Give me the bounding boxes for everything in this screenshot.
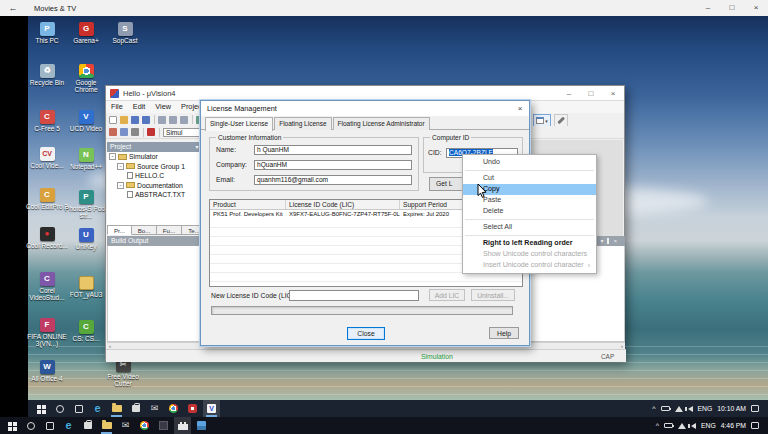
tree-item-source-group[interactable]: - Source Group 1 [107, 162, 208, 172]
rebuild-icon[interactable] [131, 128, 139, 136]
wifi-icon[interactable] [675, 406, 683, 412]
photos-icon[interactable] [193, 417, 210, 434]
task-view-icon[interactable] [41, 417, 58, 434]
uvision-titlebar[interactable]: Hello - μVision4 – □ × [106, 86, 624, 101]
tray-chevron-icon[interactable]: ^ [656, 422, 659, 429]
desktop-icon-cool-vide[interactable]: CV Cool Vide... [25, 147, 69, 169]
desktop-icon-chrome[interactable]: Google Chrome [64, 64, 108, 94]
desktop-icon-notepad-pp[interactable]: N Notepad++ [64, 148, 108, 170]
movies-tv-taskbar-icon[interactable] [174, 417, 191, 434]
chrome-taskbar-icon[interactable] [165, 400, 182, 417]
volume-icon[interactable] [691, 423, 696, 429]
app-minimize-button[interactable]: – [696, 0, 720, 16]
tree-item-documentation[interactable]: - Documentation [107, 181, 208, 191]
language-indicator[interactable]: ENG [701, 422, 716, 429]
debug-icon[interactable] [147, 128, 155, 136]
translate-icon[interactable] [109, 128, 117, 136]
desktop-icon-photos-s[interactable]: P Photos-S Pod-str... [64, 190, 108, 220]
action-center-icon[interactable] [751, 405, 759, 412]
cortana-icon[interactable] [51, 400, 68, 417]
desktop-icon-this-pc[interactable]: P This PC [25, 22, 69, 44]
desktop-icon-free-video-cutter[interactable]: ✂ Free Video Cutter [101, 358, 145, 388]
menu-item-insert-unicode[interactable]: Insert Unicode control character › [463, 260, 596, 271]
desktop-icon-ucd-video[interactable]: V UCD Video [64, 110, 108, 132]
desktop-icon-corel-videostudio[interactable]: C Corel VideoStud... [25, 272, 69, 302]
action-center-icon[interactable] [751, 422, 759, 429]
desktop-icon-fot-folder[interactable]: FOT_yAU3 [64, 276, 108, 298]
uvision-maximize-button[interactable]: □ [580, 86, 602, 101]
task-view-icon[interactable] [70, 400, 87, 417]
menu-item-show-unicode[interactable]: Show Unicode control characters [463, 249, 596, 260]
file-explorer-icon[interactable] [98, 417, 115, 434]
close-button[interactable]: Close [347, 327, 385, 340]
tab-functions[interactable]: Fu... [157, 225, 182, 235]
uvision-close-button[interactable]: × [602, 86, 624, 101]
project-panel-header[interactable]: Project ▾× [107, 142, 208, 152]
help-button[interactable]: Help [489, 327, 519, 339]
desktop-icon-garena[interactable]: G Garena+ [64, 22, 108, 44]
tab-books[interactable]: Bo... [132, 225, 157, 235]
language-indicator[interactable]: ENG [698, 405, 713, 412]
menu-file[interactable]: File [106, 101, 128, 113]
build-icon[interactable] [120, 128, 128, 136]
store-icon[interactable] [127, 400, 144, 417]
dialog-close-icon[interactable]: × [511, 104, 529, 113]
expander-icon[interactable]: - [117, 182, 124, 189]
app-close-button[interactable]: × [744, 0, 768, 16]
add-lic-button[interactable]: Add LIC [429, 289, 465, 301]
desktop-icon-recycle-bin[interactable]: ♻ Recycle Bin [25, 64, 69, 86]
email-field[interactable]: quanhm116@gmail.com [254, 175, 412, 185]
menu-view[interactable]: View [150, 101, 176, 113]
menu-item-delete[interactable]: Delete [463, 206, 596, 217]
tray-chevron-icon[interactable]: ^ [652, 405, 655, 412]
clock[interactable]: 10:10 AM [717, 405, 746, 412]
expander-icon[interactable]: - [109, 153, 116, 160]
tab-floating-license[interactable]: Floating License [274, 117, 331, 130]
mail-icon[interactable]: ✉ [117, 417, 134, 434]
menu-item-undo[interactable]: Undo [463, 157, 596, 168]
name-field[interactable]: h QuanHM [254, 145, 412, 155]
edge-icon[interactable]: e [89, 400, 106, 417]
battery-icon[interactable] [664, 423, 673, 428]
cut-icon[interactable] [158, 116, 166, 124]
dialog-titlebar[interactable]: License Management × [201, 101, 529, 116]
tab-single-user-license[interactable]: Single-User License [205, 117, 273, 131]
uninstall-button[interactable]: Uninstall... [471, 289, 515, 301]
store-icon[interactable] [79, 417, 96, 434]
pin-icon[interactable] [607, 238, 609, 244]
tree-item-abstract-txt[interactable]: ABSTRACT.TXT [107, 190, 208, 200]
copy-icon[interactable] [169, 116, 177, 124]
tab-project[interactable]: Pr... [107, 225, 132, 235]
chrome-taskbar-icon[interactable] [136, 417, 153, 434]
uvision-minimize-button[interactable]: – [558, 86, 580, 101]
desktop-icon-office[interactable]: W All Office 4 [25, 360, 69, 382]
menu-item-cut[interactable]: Cut [463, 173, 596, 184]
mail-icon[interactable]: ✉ [146, 400, 163, 417]
new-lic-input[interactable] [289, 290, 419, 301]
menu-edit[interactable]: Edit [128, 101, 151, 113]
paste-icon[interactable] [180, 116, 188, 124]
company-field[interactable]: hQuanHM [254, 160, 412, 170]
edge-icon[interactable]: e [60, 417, 77, 434]
battery-icon[interactable] [661, 406, 670, 411]
desktop-icon-cool-record[interactable]: ● Cool Record... [25, 227, 69, 249]
menu-item-select-all[interactable]: Select All [463, 222, 596, 233]
desktop-icon-cfree[interactable]: C C-Free 5 [25, 110, 69, 132]
open-icon[interactable] [120, 116, 128, 124]
save-all-icon[interactable] [142, 116, 150, 124]
cortana-icon[interactable] [22, 417, 39, 434]
desktop-icon-cool-editpro[interactable]: C Cool EditPro 2 [25, 188, 69, 210]
desktop-icon-cs[interactable]: C CS: CS... [64, 320, 108, 342]
desktop-icon-unikey[interactable]: U UniKey [64, 228, 108, 250]
recorder-icon[interactable] [184, 400, 201, 417]
desktop-icon-fifa-online[interactable]: F FIFA ONLINE 3(VN...) [25, 318, 69, 348]
start-button[interactable] [32, 400, 49, 417]
start-button[interactable] [3, 417, 20, 434]
wifi-icon[interactable] [678, 423, 686, 429]
app-maximize-button[interactable]: □ [720, 0, 744, 16]
save-icon[interactable] [131, 116, 139, 124]
desktop-icon-sopcast[interactable]: S SopCast [103, 22, 147, 44]
tab-floating-license-administrator[interactable]: Floating License Administrator [333, 117, 430, 130]
tree-item-simulator[interactable]: - Simulator [107, 152, 208, 162]
panel-dropdown-icon[interactable]: ▾ [600, 236, 603, 246]
